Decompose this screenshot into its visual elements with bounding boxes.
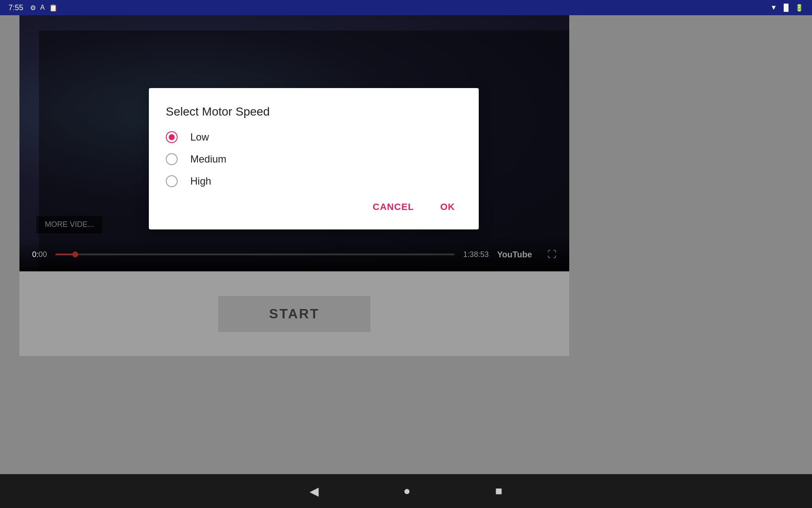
radio-label-high: High bbox=[190, 175, 211, 187]
text-icon: A bbox=[40, 4, 45, 11]
home-icon[interactable]: ● bbox=[403, 484, 411, 498]
dialog-overlay: Select Motor Speed Low Medium High CANCE… bbox=[39, 30, 569, 271]
select-motor-speed-dialog: Select Motor Speed Low Medium High CANCE… bbox=[149, 88, 479, 229]
radio-option-medium[interactable]: Medium bbox=[166, 153, 462, 165]
right-sidebar bbox=[569, 0, 812, 508]
ok-button[interactable]: OK bbox=[433, 197, 462, 217]
status-bar: 7:55 ⚙ A 📋 ▼ ▐▌ 🔋 bbox=[0, 0, 812, 15]
dialog-actions: CANCEL OK bbox=[166, 197, 462, 217]
radio-circle-medium bbox=[166, 153, 178, 165]
wifi-icon: ▼ bbox=[770, 4, 777, 11]
start-button[interactable]: START bbox=[218, 296, 370, 332]
recent-apps-icon[interactable]: ■ bbox=[495, 484, 502, 498]
radio-circle-low bbox=[166, 131, 178, 143]
cancel-button[interactable]: CANCEL bbox=[366, 197, 421, 217]
start-area: START bbox=[19, 271, 569, 356]
settings-icon: ⚙ bbox=[30, 4, 36, 12]
radio-option-high[interactable]: High bbox=[166, 175, 462, 187]
status-left-icons: ⚙ A 📋 bbox=[30, 4, 58, 12]
radio-option-low[interactable]: Low bbox=[166, 131, 462, 143]
status-right-icons: ▼ ▐▌ 🔋 bbox=[770, 4, 804, 12]
radio-label-medium: Medium bbox=[190, 153, 226, 165]
left-sidebar bbox=[0, 0, 19, 508]
back-icon[interactable]: ◀ bbox=[310, 484, 319, 498]
dialog-title: Select Motor Speed bbox=[166, 105, 462, 119]
battery-icon: 🔋 bbox=[795, 4, 804, 12]
radio-circle-high bbox=[166, 175, 178, 187]
video-area: MORE VIDE... 0:00 1:38:53 YouTube ⛶ Sele… bbox=[19, 15, 569, 271]
clipboard-icon: 📋 bbox=[49, 4, 58, 12]
status-time: 7:55 bbox=[8, 3, 23, 12]
navigation-bar: ◀ ● ■ bbox=[0, 474, 812, 508]
radio-label-low: Low bbox=[190, 131, 209, 143]
signal-icon: ▐▌ bbox=[781, 4, 791, 11]
